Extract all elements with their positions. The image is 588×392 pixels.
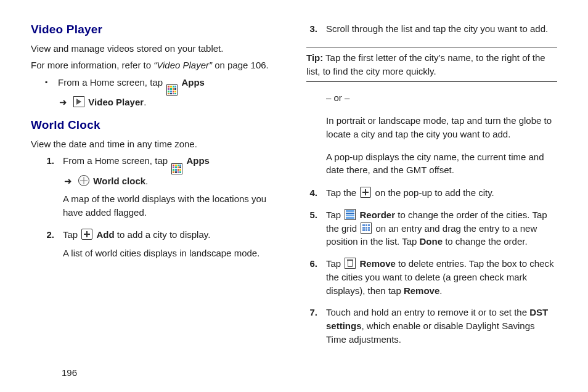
text: on the pop-up to add the city. bbox=[375, 187, 494, 198]
step-number: 1. bbox=[43, 154, 54, 168]
remove-label-2: Remove bbox=[404, 285, 439, 296]
reorder-icon bbox=[345, 209, 356, 220]
step-5: 5. Tap Reorder to change the order of th… bbox=[306, 208, 557, 253]
arrow-icon: ➜ bbox=[58, 97, 70, 107]
tip-text: Tap the first letter of the city’s name,… bbox=[306, 52, 545, 76]
step-body: Tap Remove to delete entries. Tap the bo… bbox=[326, 257, 557, 302]
plus-icon bbox=[360, 187, 371, 198]
add-label: Add bbox=[97, 229, 115, 240]
world-clock-label: World clock bbox=[93, 176, 145, 186]
video-player-icon bbox=[73, 96, 84, 107]
grid-handle-icon bbox=[361, 223, 372, 234]
step-body: Scroll through the list and tap the city… bbox=[326, 22, 557, 41]
step-3: 3. Scroll through the list and tap the c… bbox=[306, 22, 557, 41]
text: Tap the bbox=[326, 187, 359, 198]
video-player-label: Video Player bbox=[88, 97, 144, 107]
apps-icon bbox=[171, 163, 182, 174]
step-2: 2. Tap Add to add a city to display. A l… bbox=[43, 228, 282, 265]
step-4: 4. Tap the on the pop-up to add the city… bbox=[306, 186, 557, 205]
arrow-icon: ➜ bbox=[63, 176, 75, 186]
step-body: Tap Add to add a city to display. A list… bbox=[63, 228, 282, 265]
video-desc-1: View and manage videos stored on your ta… bbox=[31, 42, 282, 55]
tip-block: Tip: Tap the first letter of the city’s … bbox=[306, 47, 557, 83]
bullet-icon: ▪ bbox=[43, 76, 49, 88]
right-column: 3. Scroll through the list and tap the c… bbox=[306, 18, 557, 353]
remove-label: Remove bbox=[360, 258, 396, 269]
text: Tap bbox=[326, 258, 343, 269]
heading-video-player: Video Player bbox=[31, 21, 282, 38]
world-clock-intro: View the date and time in any time zone. bbox=[31, 137, 282, 151]
step-body: From a Home screen, tap Apps ➜ bbox=[63, 154, 282, 224]
done-label: Done bbox=[419, 236, 443, 247]
text: on page 106. bbox=[212, 60, 269, 70]
text: From a Home screen, tap bbox=[58, 77, 165, 88]
step-3-text: Scroll through the list and tap the city… bbox=[326, 22, 557, 36]
text: Touch and hold an entry to remove it or … bbox=[326, 307, 529, 317]
left-column: Video Player View and manage videos stor… bbox=[31, 18, 282, 353]
step-1-continuation: A map of the world displays with the loc… bbox=[63, 192, 282, 219]
text: to add a city to display. bbox=[115, 229, 211, 240]
step-number: 4. bbox=[306, 186, 317, 200]
step-body: Tap the on the pop-up to add the city. bbox=[326, 186, 557, 205]
step-2-continuation: A list of world cities displays in lands… bbox=[63, 247, 282, 260]
trash-icon bbox=[345, 258, 356, 269]
step-number: 7. bbox=[306, 306, 317, 319]
or-paragraph-1: In portrait or landscape mode, tap and t… bbox=[326, 114, 557, 141]
cross-ref: “Video Player” bbox=[153, 60, 212, 70]
text: Tap bbox=[63, 229, 80, 240]
manual-page: Video Player View and manage videos stor… bbox=[0, 0, 588, 392]
two-column-layout: Video Player View and manage videos stor… bbox=[31, 18, 557, 353]
or-paragraph-2: A pop-up displays the city name, the cur… bbox=[326, 150, 557, 178]
step-body: Tap Reorder to change the order of the c… bbox=[326, 208, 557, 253]
apps-label: Apps bbox=[181, 77, 205, 88]
text: From a Home screen, tap bbox=[63, 155, 170, 166]
step-1: 1. From a Home screen, tap Apps bbox=[43, 154, 282, 224]
apps-label: Apps bbox=[186, 155, 210, 166]
heading-world-clock: World Clock bbox=[31, 116, 282, 134]
video-desc-2: For more information, refer to “Video Pl… bbox=[31, 59, 282, 72]
or-divider: – or – bbox=[326, 91, 557, 105]
step-number: 3. bbox=[306, 22, 317, 36]
step-7: 7. Touch and hold an entry to remove it … bbox=[306, 306, 557, 351]
text: . bbox=[144, 97, 146, 107]
text: For more information, refer to bbox=[31, 60, 153, 70]
page-number: 196 bbox=[62, 366, 77, 380]
step-6: 6. Tap Remove to delete entries. Tap the… bbox=[306, 257, 557, 302]
video-bullet: ▪ From a Home screen, tap Apps bbox=[43, 76, 282, 114]
text: . bbox=[145, 176, 148, 186]
bullet-body: From a Home screen, tap Apps ➜ bbox=[58, 76, 282, 114]
text: to change the order. bbox=[443, 236, 528, 247]
plus-icon bbox=[81, 229, 92, 240]
step-number: 6. bbox=[306, 257, 317, 271]
tip-label: Tip: bbox=[306, 52, 323, 63]
text: Tap bbox=[326, 210, 343, 220]
step-number: 5. bbox=[306, 208, 317, 222]
world-clock-icon bbox=[78, 175, 89, 186]
reorder-label: Reorder bbox=[360, 210, 396, 220]
or-block: – or – In portrait or landscape mode, ta… bbox=[326, 91, 557, 177]
apps-icon bbox=[166, 84, 178, 96]
step-body: Touch and hold an entry to remove it or … bbox=[326, 306, 557, 351]
text: . bbox=[439, 285, 442, 296]
step-number: 2. bbox=[43, 228, 54, 242]
